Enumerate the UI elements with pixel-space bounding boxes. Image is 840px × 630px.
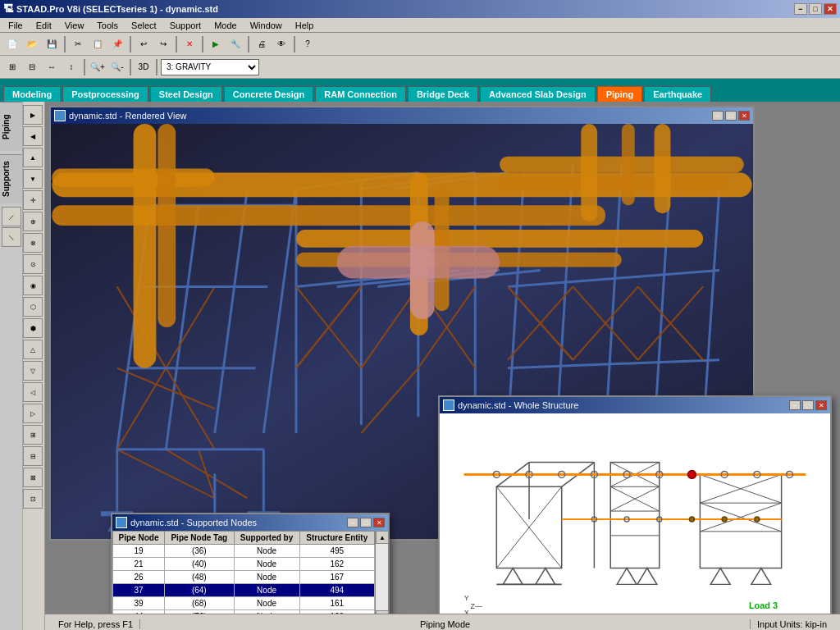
- rendered-view-minimize[interactable]: −: [712, 111, 724, 121]
- tab-ram-connection[interactable]: RAM Connection: [315, 86, 406, 102]
- piping-section-label[interactable]: Piping: [0, 102, 22, 151]
- paste-btn[interactable]: 📌: [108, 35, 126, 53]
- close-button[interactable]: ✕: [824, 3, 837, 15]
- title-bar-text: STAAD.Pro V8i (SELECTseries 1) - dynamic…: [16, 4, 218, 14]
- svg-text:Load 3: Load 3: [749, 600, 778, 610]
- undo-btn[interactable]: ↩: [135, 35, 153, 53]
- menu-item-tools[interactable]: Tools: [92, 20, 123, 31]
- supported-nodes-buttons: − □ ✕: [347, 518, 385, 527]
- tool-left-4[interactable]: ▼: [23, 169, 43, 189]
- zoom-out-btn[interactable]: 🔍-: [108, 58, 126, 76]
- tool-left-10[interactable]: ⬡: [23, 297, 43, 317]
- copy-btn[interactable]: 📋: [89, 35, 107, 53]
- table-row[interactable]: 26 (48) Node 167: [113, 571, 375, 584]
- tool-left-19[interactable]: ⊡: [23, 489, 43, 509]
- rendered-view-close[interactable]: ✕: [738, 111, 750, 121]
- tool-left-3[interactable]: ▲: [23, 148, 43, 167]
- preview-btn[interactable]: 👁: [272, 35, 290, 53]
- tab-steel-design[interactable]: Steel Design: [150, 86, 222, 102]
- load-case-dropdown[interactable]: 3: GRAVITY 1: DEAD 2: LIVE: [161, 59, 259, 75]
- supported-nodes-close[interactable]: ✕: [373, 518, 385, 527]
- run-btn[interactable]: ▶: [207, 35, 225, 53]
- tool-left-6[interactable]: ⊕: [23, 212, 43, 231]
- whole-structure-minimize[interactable]: −: [789, 400, 801, 410]
- title-bar-controls: − □ ✕: [794, 3, 837, 15]
- table-row[interactable]: 21 (40) Node 162: [113, 558, 375, 571]
- sep9: [156, 59, 158, 75]
- sep4: [202, 36, 203, 52]
- tab-bridge-deck[interactable]: Bridge Deck: [408, 86, 478, 102]
- cut-btn[interactable]: ✂: [69, 35, 87, 53]
- tool-pipe-1[interactable]: ⟋: [2, 207, 21, 226]
- table-row[interactable]: 19 (36) Node 495: [113, 545, 375, 558]
- zoom-in-btn[interactable]: 🔍+: [89, 58, 107, 76]
- tool-left-11[interactable]: ⬢: [23, 318, 43, 338]
- menu-item-help[interactable]: Help: [290, 20, 319, 31]
- tool-left-15[interactable]: ▷: [23, 404, 43, 423]
- tool-left-12[interactable]: △: [23, 340, 43, 359]
- menu-item-view[interactable]: View: [60, 20, 89, 31]
- tb2-btn2[interactable]: ⊟: [23, 58, 41, 76]
- svg-rect-83: [581, 124, 597, 221]
- whole-structure-close[interactable]: ✕: [815, 400, 827, 410]
- menu-item-edit[interactable]: Edit: [31, 20, 57, 31]
- menu-item-file[interactable]: File: [3, 20, 28, 31]
- tool-left-14[interactable]: ◁: [23, 382, 43, 402]
- tb2-btn1[interactable]: ⊞: [3, 58, 21, 76]
- delete-btn[interactable]: ✕: [180, 35, 199, 53]
- toolbar-1: 📄 📂 💾 ✂ 📋 📌 ↩ ↪ ✕ ▶ 🔧 🖨 👁 ?: [0, 33, 840, 56]
- cell-structure-entity: 162: [299, 558, 374, 571]
- supported-nodes-titlebar[interactable]: dynamic.std - Supported Nodes − □ ✕: [112, 514, 388, 531]
- tool-left-18[interactable]: ⊠: [23, 468, 43, 487]
- new-btn[interactable]: 📄: [3, 35, 21, 53]
- tool-left-7[interactable]: ⊗: [23, 233, 43, 253]
- cell-pipe-node: 26: [113, 571, 165, 584]
- view3d-btn[interactable]: 3D: [135, 58, 153, 76]
- tool-left-8[interactable]: ⊙: [23, 254, 43, 274]
- whole-structure-maximize[interactable]: □: [802, 400, 814, 410]
- open-btn[interactable]: 📂: [23, 35, 41, 53]
- tool-left-5[interactable]: ✛: [23, 190, 43, 210]
- tool2-btn[interactable]: 🔧: [226, 35, 244, 53]
- tool-left-13[interactable]: ▽: [23, 361, 43, 381]
- rendered-view-maximize[interactable]: □: [725, 111, 737, 121]
- tool-left-16[interactable]: ⊞: [23, 425, 43, 445]
- redo-btn[interactable]: ↪: [154, 35, 172, 53]
- print-btn[interactable]: 🖨: [253, 35, 271, 53]
- supports-section-label[interactable]: Supports: [0, 154, 22, 203]
- tab-concrete-design[interactable]: Concrete Design: [224, 86, 313, 102]
- tool-left-9[interactable]: ◉: [23, 276, 43, 295]
- save-btn[interactable]: 💾: [43, 35, 61, 53]
- col-pipe-node-tag: Pipe Node Tag: [165, 532, 235, 545]
- menu-item-window[interactable]: Window: [245, 20, 287, 31]
- table-row[interactable]: 37 (64) Node 494: [113, 584, 375, 597]
- tab-advanced-slab-design[interactable]: Advanced Slab Design: [480, 86, 596, 102]
- tool-left-2[interactable]: ◀: [23, 126, 43, 146]
- menu-item-select[interactable]: Select: [126, 20, 162, 31]
- tool-left-17[interactable]: ⊟: [23, 446, 43, 466]
- menu-item-support[interactable]: Support: [165, 20, 207, 31]
- menu-item-mode[interactable]: Mode: [209, 20, 242, 31]
- supported-nodes-minimize[interactable]: −: [347, 518, 358, 527]
- tool-left-1[interactable]: ▶: [23, 105, 43, 125]
- rendered-view-titlebar[interactable]: dynamic.std - Rendered View − □ ✕: [51, 107, 753, 124]
- tool-pipe-2[interactable]: ⟍: [2, 227, 21, 247]
- table-scrollbar[interactable]: ▲ ▼: [375, 531, 388, 623]
- tab-piping[interactable]: Piping: [597, 86, 643, 102]
- maximize-button[interactable]: □: [809, 3, 822, 15]
- tb2-btn3[interactable]: ↔: [43, 58, 61, 76]
- tab-modeling[interactable]: Modeling: [3, 86, 61, 102]
- help-btn[interactable]: ?: [299, 35, 317, 53]
- content-area: dynamic.std - Rendered View − □ ✕: [45, 102, 840, 630]
- scroll-up-btn[interactable]: ▲: [376, 531, 389, 544]
- whole-structure-titlebar[interactable]: dynamic.std - Whole Structure − □ ✕: [440, 397, 830, 413]
- tb2-btn4[interactable]: ↕: [62, 58, 80, 76]
- tab-postprocessing[interactable]: Postprocessing: [62, 86, 148, 102]
- sep8: [130, 59, 131, 75]
- tab-earthquake[interactable]: Earthquake: [644, 86, 711, 102]
- col-pipe-node: Pipe Node: [113, 532, 165, 545]
- supported-nodes-maximize[interactable]: □: [360, 518, 372, 527]
- minimize-button[interactable]: −: [794, 3, 807, 15]
- whole-structure-content[interactable]: Y Z— X Load 3: [440, 413, 830, 623]
- table-row[interactable]: 39 (68) Node 161: [113, 597, 375, 610]
